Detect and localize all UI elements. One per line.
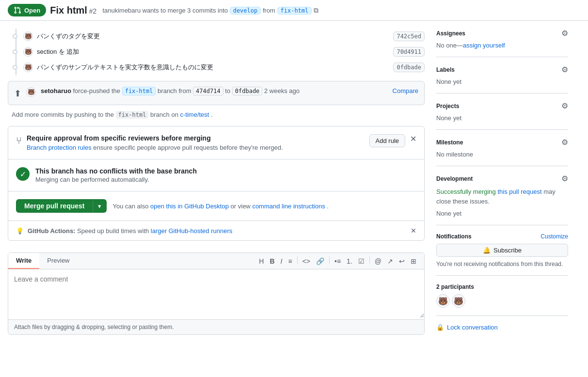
pr-title: Fix html [50,5,87,16]
require-approval-title: Require approval from specific reviewers… [27,134,365,142]
toolbar-link-button[interactable]: 🔗 [314,256,326,266]
toolbar: H B I ≡ <> 🔗 •≡ 1. ☑ @ ↗ ↩ [251,254,424,268]
right-column: Assignees ⚙ No one—assign yourself Label… [425,29,568,339]
development-title: Development [436,175,473,182]
branch-protection-link[interactable]: Branch protection rules [27,144,92,151]
development-text: Successfully merging this pull request m… [436,187,568,206]
comment-box: Write Preview H B I ≡ <> 🔗 •≡ 1. ☑ [8,252,425,335]
toolbar-table-button[interactable]: ⊞ [409,256,418,266]
toolbar-quote-button[interactable]: ≡ [286,256,294,266]
comment-textarea[interactable] [8,269,424,318]
tab-preview[interactable]: Preview [39,253,77,269]
participant-avatar[interactable]: 🐻 [436,294,450,308]
pr-status-badge: Open [8,4,46,16]
projects-title: Projects [436,103,459,110]
compare-button[interactable]: Compare [393,87,418,94]
lock-conversation-link[interactable]: 🔒 Lock conversation [436,324,568,331]
toolbar-separator [369,256,370,264]
participants-avatars: 🐻 🐻 [436,294,568,308]
require-approval-desc: Branch protection rules ensure specific … [27,144,365,151]
commit-hash[interactable]: 0fdbade [393,63,425,72]
subscribe-label: Subscribe [493,247,522,254]
copy-branch-icon[interactable]: ⧉ [314,6,318,14]
branch-note-repo-link[interactable]: c-time/test [180,111,209,118]
force-push-icon: ⬆ [14,88,21,99]
fp-branch-tag[interactable]: fix-html [122,87,156,95]
assignees-value: No one—assign yourself [436,42,568,49]
toolbar-reply-button[interactable]: ↩ [397,256,407,266]
labels-gear-button[interactable]: ⚙ [561,65,568,74]
development-gear-button[interactable]: ⚙ [561,174,568,183]
close-github-actions-button[interactable]: ✕ [411,227,416,235]
development-success-text: Successfully merging [436,188,496,195]
tab-write[interactable]: Write [8,253,39,269]
git-pull-request-icon [14,6,21,14]
commit-bullet [13,34,17,39]
require-approval-section: ⑂ Require approval from specific reviewe… [8,126,424,159]
larger-runners-link[interactable]: larger GitHub-hosted runners [151,227,232,235]
sidebar-assignees: Assignees ⚙ No one—assign yourself [436,29,568,57]
force-push-user: setoharuo [41,87,71,94]
source-branch-tag[interactable]: fix-html [277,7,312,15]
development-pr-link[interactable]: this pull request [497,188,541,195]
merge-dropdown-button[interactable]: ▾ [93,199,107,213]
participants-title: 2 participants [436,283,568,290]
left-column: 🐻 パンくずのタグを変更 742c5ed 🐻 section を 追加 70d4… [8,29,425,339]
subscribe-button[interactable]: 🔔 Subscribe [436,244,568,257]
commit-row: 🐻 section を 追加 70d4911 [23,44,425,60]
sidebar-milestone: Milestone ⚙ No milestone [436,130,568,166]
customize-notifications-link[interactable]: Customize [540,233,568,240]
toolbar-reference-button[interactable]: ↗ [385,256,395,266]
commit-avatar: 🐻 [23,63,33,72]
toolbar-ordered-list-button[interactable]: 1. [345,256,354,266]
development-none-yet: None yet [436,210,568,217]
fp-from-hash[interactable]: 474d714 [193,87,223,95]
sidebar-labels: Labels ⚙ None yet [436,57,568,94]
toolbar-unordered-list-button[interactable]: •≡ [333,256,343,266]
force-push-text: setoharuo force-pushed the fix-html bran… [41,87,388,94]
notifications-note: You're not receiving notifications from … [436,261,568,267]
open-desktop-link[interactable]: open this in GitHub Desktop [150,203,229,210]
merge-pull-request-button[interactable]: Merge pull request [16,199,93,213]
require-approval-text: Require approval from specific reviewers… [27,134,365,151]
pr-number: #2 [89,7,97,15]
merge-actions: Merge pull request ▾ You can also open t… [8,191,424,220]
commit-message: section を 追加 [37,47,389,56]
participant-avatar[interactable]: 🐻 [452,294,465,308]
fp-to-hash[interactable]: 0fdbade [232,87,263,95]
notifications-title: Notifications [436,233,472,240]
command-line-link[interactable]: command line instructions [252,203,325,210]
commit-hash[interactable]: 742c5ed [393,31,425,41]
sidebar-notifications: Notifications Customize 🔔 Subscribe You'… [436,225,568,276]
no-conflict-text: This branch has no conflicts with the ba… [35,167,197,183]
sidebar-lock: 🔒 Lock conversation [436,316,568,339]
commit-hash[interactable]: 70d4911 [393,47,425,57]
toolbar-mention-button[interactable]: @ [373,256,383,266]
merge-box: ⑂ ⑂ Require approval from specific revie… [8,126,425,241]
force-push-avatar: 🐻 [26,87,36,97]
milestone-value: No milestone [436,151,568,158]
assign-yourself-link[interactable]: assign yourself [463,42,505,49]
toolbar-bold-button[interactable]: B [268,256,276,266]
toolbar-italic-button[interactable]: I [279,256,285,266]
comment-footer: Attach files by dragging & dropping, sel… [8,319,424,334]
assignees-gear-button[interactable]: ⚙ [561,29,568,38]
target-branch-tag[interactable]: develop [230,7,261,15]
milestone-gear-button[interactable]: ⚙ [561,138,568,147]
toolbar-code-button[interactable]: <> [301,256,312,266]
no-conflict-section: ✓ This branch has no conflicts with the … [8,159,424,191]
github-actions-note: 💡 GitHub Actions: Speed up build times w… [8,220,424,240]
commit-list: 🐻 パンくずのタグを変更 742c5ed 🐻 section を 追加 70d4… [8,29,425,75]
branch-note: Add more commits by pushing to the fix-h… [8,111,425,118]
commit-bullet [13,65,17,70]
toolbar-h-button[interactable]: H [257,256,266,266]
commit-avatar: 🐻 [23,31,33,41]
projects-value: None yet [436,114,568,122]
projects-gear-button[interactable]: ⚙ [561,101,568,110]
toolbar-task-list-button[interactable]: ☑ [356,256,366,266]
comment-tab-bar: Write Preview H B I ≡ <> 🔗 •≡ 1. ☑ [8,253,424,269]
add-rule-button[interactable]: Add rule [369,134,405,147]
force-push-event: ⬆ 🐻 setoharuo force-pushed the fix-html … [8,81,425,105]
close-require-approval-button[interactable]: ✕ [410,134,416,143]
sidebar-projects: Projects ⚙ None yet [436,94,568,130]
